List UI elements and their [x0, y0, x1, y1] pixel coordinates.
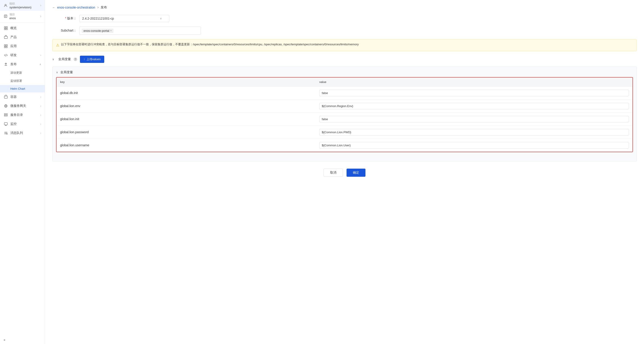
svg-rect-2 — [4, 27, 6, 28]
version-row: * 版本： 2.4.2-20221121001-cp ∨ — [52, 15, 637, 22]
svg-rect-4 — [4, 28, 6, 30]
global-vars-table-container: key value global.db.init global.lion. — [56, 77, 633, 152]
version-value: 2.4.2-20221121001-cp — [82, 17, 114, 20]
publish-label: 发布 — [10, 62, 40, 66]
helmchart-label: Helm Chart — [10, 87, 25, 90]
mq-chevron-icon: › — [40, 132, 41, 134]
project-chevron-icon: › — [40, 15, 41, 18]
sidebar-org-item[interactable]: 组织 system(envision) › — [0, 0, 45, 11]
row-value-input-4[interactable] — [319, 142, 629, 148]
sidebar-item-mq[interactable]: 消息队列 › — [0, 128, 45, 137]
help-icon[interactable]: ? — [74, 58, 77, 61]
sidebar-sub-bluegreen[interactable]: 蓝绿部署 — [0, 77, 45, 85]
sidebar-item-gateway[interactable]: 微服务网关 › — [0, 101, 45, 110]
svg-rect-16 — [4, 123, 8, 125]
sidebar-sub-helmchart[interactable]: Helm Chart — [0, 85, 45, 92]
row-value-input-3[interactable] — [319, 129, 629, 135]
subchart-tag-input[interactable]: enos-console-portal × — [79, 27, 201, 35]
container-label: 容器 — [10, 95, 40, 99]
sidebar-item-publish[interactable]: 发布 ∧ — [0, 60, 45, 69]
dev-label: 研发 — [10, 53, 40, 57]
subchart-row: Subchart： enos-console-portal × — [52, 27, 637, 35]
inner-collapse-icon[interactable]: ∨ — [56, 71, 58, 74]
col-value-header: value — [316, 78, 632, 87]
sidebar-item-product[interactable]: 产品 — [0, 33, 45, 42]
row-value-cell-0 — [316, 86, 632, 99]
project-label: 项目 — [10, 13, 40, 17]
container-icon — [4, 95, 8, 99]
main-area: ← enos-console-orchestration > 发布 * 版本： … — [45, 0, 644, 344]
monitor-chevron-icon: › — [40, 123, 41, 125]
service-chevron-icon: › — [40, 114, 41, 116]
product-label: 产品 — [10, 35, 41, 39]
action-bar: 取消 确定 — [52, 163, 637, 180]
version-select[interactable]: 2.4.2-20221121001-cp ∨ — [79, 15, 169, 22]
app-icon — [4, 44, 8, 49]
table-row: global.lion.env — [56, 99, 632, 112]
sidebar: 组织 system(envision) › 项目 enos › 概览 产品 应用 — [0, 0, 45, 344]
svg-rect-6 — [4, 36, 8, 39]
org-label: 组织 — [10, 2, 40, 6]
global-vars-section: ∨ 全局变量 key value global.db.init — [52, 67, 637, 161]
svg-rect-14 — [4, 114, 8, 114]
cancel-button[interactable]: 取消 — [324, 168, 343, 177]
row-key-0: global.db.init — [56, 86, 316, 99]
svg-rect-7 — [4, 45, 6, 46]
upload-values-button[interactable]: ↑ 上传values — [80, 56, 104, 63]
row-value-input-1[interactable] — [319, 103, 629, 109]
org-icon — [4, 4, 8, 8]
global-vars-title: 全局变量 — [58, 57, 71, 61]
svg-point-17 — [6, 133, 8, 134]
global-vars-table: key value global.db.init global.lion. — [56, 78, 632, 152]
row-value-cell-1 — [316, 99, 632, 112]
app-label: 应用 — [10, 44, 41, 48]
sidebar-project-item[interactable]: 项目 enos › — [0, 11, 45, 22]
svg-rect-9 — [4, 46, 6, 48]
sidebar-item-container[interactable]: 容器 › — [0, 92, 45, 101]
row-value-input-0[interactable] — [319, 90, 629, 96]
breadcrumb-current: 发布 — [101, 6, 107, 10]
row-value-input-2[interactable] — [319, 116, 629, 122]
sidebar-item-dev[interactable]: 研发 › — [0, 51, 45, 60]
svg-rect-12 — [4, 96, 8, 98]
product-icon — [4, 35, 8, 40]
subchart-tag-close-icon[interactable]: × — [110, 29, 112, 32]
sidebar-item-app[interactable]: 应用 — [0, 42, 45, 51]
bluegreen-label: 蓝绿部署 — [10, 79, 22, 83]
inner-section-title: 全局变量 — [60, 70, 73, 74]
back-button[interactable]: ← — [52, 6, 56, 9]
svg-rect-15 — [4, 115, 8, 116]
version-chevron-icon: ∨ — [160, 17, 162, 20]
publish-chevron-icon: ∧ — [40, 63, 41, 66]
monitor-icon — [4, 122, 8, 126]
sidebar-divider-top — [0, 23, 45, 23]
row-value-cell-3 — [316, 126, 632, 139]
sidebar-collapse-button[interactable]: ≡ — [0, 336, 45, 344]
table-row: global.lion.password — [56, 126, 632, 139]
gateway-icon — [4, 104, 8, 108]
mq-label: 消息队列 — [10, 131, 40, 135]
section-title-row: ∨ 全局变量 ? ↑ 上传values — [52, 56, 104, 63]
col-key-header: key — [56, 78, 316, 87]
svg-rect-5 — [6, 28, 8, 30]
container-chevron-icon: › — [40, 96, 41, 98]
subchart-input-wrapper: enos-console-portal × — [79, 27, 201, 35]
sidebar-sub-rolling[interactable]: 滚动更新 — [0, 69, 45, 77]
sidebar-item-service[interactable]: 服务目录 › — [0, 110, 45, 119]
subchart-tag: enos-console-portal × — [82, 29, 114, 33]
global-vars-header: ∨ 全局变量 ? ↑ 上传values — [52, 56, 637, 63]
collapse-chevron-icon[interactable]: ∨ — [52, 58, 54, 61]
confirm-button[interactable]: 确定 — [346, 168, 366, 177]
gateway-label: 微服务网关 — [10, 104, 40, 108]
sidebar-item-overview[interactable]: 概览 — [0, 24, 45, 33]
sidebar-item-monitor[interactable]: 监控 › — [0, 119, 45, 128]
content-area: ← enos-console-orchestration > 发布 * 版本： … — [45, 0, 644, 344]
overview-label: 概览 — [10, 26, 41, 30]
rolling-label: 滚动更新 — [10, 71, 22, 75]
org-chevron-icon: › — [40, 4, 41, 7]
breadcrumb-separator: > — [97, 6, 99, 9]
subchart-label: Subchart： — [52, 29, 79, 33]
sidebar-collapse-icon: ≡ — [4, 338, 6, 342]
breadcrumb-link[interactable]: enos-console-orchestration — [57, 6, 95, 9]
subchart-tag-value: enos-console-portal — [84, 29, 109, 33]
